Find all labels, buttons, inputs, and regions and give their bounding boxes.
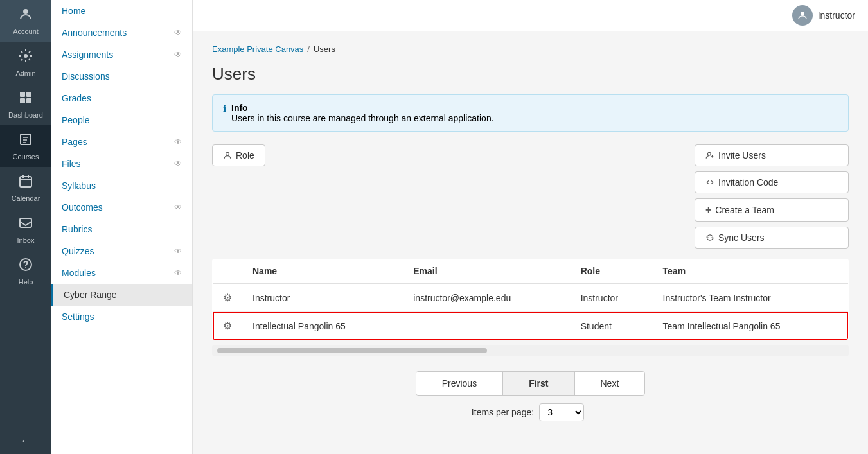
eye-icon: 👁 [174, 247, 182, 256]
nav-courses[interactable]: Courses [0, 125, 51, 167]
sidebar-item-files[interactable]: Files 👁 [51, 153, 192, 175]
inbox-icon [18, 215, 33, 234]
page-title: Users [212, 64, 849, 84]
right-actions: Invite Users Invitation Code + Create a … [695, 144, 849, 249]
sync-users-button[interactable]: Sync Users [695, 227, 849, 249]
breadcrumb: Example Private Canvas / Users [212, 44, 849, 54]
nav-inbox-label: Inbox [17, 236, 35, 244]
row-2-gear-cell[interactable]: ⚙ [213, 312, 243, 340]
pagination-area: Previous First Next Items per page: 3 5 … [212, 371, 849, 421]
nav-collapse[interactable]: ← [0, 428, 51, 454]
info-box: ℹ Info Users in this course are managed … [212, 94, 849, 132]
nav-admin[interactable]: Admin [0, 42, 51, 83]
row-1-gear-cell[interactable]: ⚙ [213, 283, 243, 312]
nav-calendar-label: Calendar [12, 195, 40, 202]
nav-account[interactable]: Account [0, 0, 51, 42]
sidebar-item-modules-label: Modules [62, 268, 96, 278]
breadcrumb-current: Users [314, 44, 335, 54]
horizontal-scrollbar[interactable] [212, 345, 849, 356]
sidebar-item-syllabus-label: Syllabus [62, 180, 96, 191]
row-2-role: Student [571, 312, 653, 340]
sidebar-item-rubrics[interactable]: Rubrics [51, 218, 192, 240]
nav-inbox[interactable]: Inbox [0, 209, 51, 250]
content-area: Example Private Canvas / Users Users ℹ I… [193, 31, 868, 434]
invitation-code-button[interactable]: Invitation Code [695, 171, 849, 193]
main-content: Instructor Example Private Canvas / User… [193, 0, 868, 454]
sidebar-item-files-label: Files [62, 159, 81, 169]
pagination-buttons: Previous First Next [416, 371, 646, 396]
nav-courses-label: Courses [13, 153, 39, 161]
sidebar-item-settings-label: Settings [62, 311, 94, 322]
dashboard-icon [18, 90, 33, 109]
svg-point-0 [23, 9, 28, 14]
eye-icon: 👁 [174, 137, 182, 146]
nav-dashboard-label: Dashboard [8, 111, 43, 119]
sidebar-item-home[interactable]: Home [51, 0, 192, 22]
prev-button[interactable]: Previous [416, 372, 503, 395]
nav-admin-label: Admin [15, 69, 35, 77]
info-box-message: Users in this course are managed through… [231, 113, 494, 123]
calendar-icon [18, 173, 33, 192]
sidebar-item-announcements-label: Announcements [62, 28, 127, 38]
row-2-name: Intellectual Pangolin 65 [242, 312, 403, 340]
eye-icon: 👁 [174, 28, 182, 37]
sync-icon [705, 233, 714, 242]
sidebar-item-syllabus[interactable]: Syllabus [51, 175, 192, 196]
user-info[interactable]: Instructor [792, 5, 855, 26]
sidebar-item-outcomes[interactable]: Outcomes 👁 [51, 196, 192, 218]
sidebar-item-discussions[interactable]: Discussions [51, 65, 192, 87]
left-actions: Role [212, 144, 265, 166]
eye-icon: 👁 [174, 159, 182, 168]
nav-dashboard[interactable]: Dashboard [0, 83, 51, 125]
create-team-label: Create a Team [715, 205, 774, 215]
row-1-role: Instructor [571, 283, 653, 312]
code-icon [705, 178, 714, 187]
sidebar-item-cyberrange[interactable]: Cyber Range [51, 284, 192, 306]
col-email: Email [403, 259, 570, 284]
sidebar-item-quizzes[interactable]: Quizzes 👁 [51, 240, 192, 262]
info-box-title: Info [231, 103, 494, 113]
sidebar-item-outcomes-label: Outcomes [62, 202, 103, 213]
table-scroll-container[interactable]: Name Email Role Team ⚙ Instructor instru… [212, 259, 849, 340]
invite-users-button[interactable]: Invite Users [695, 144, 849, 166]
nav-help[interactable]: Help [0, 250, 51, 292]
table-row-highlighted: ⚙ Intellectual Pangolin 65 Student Team … [213, 312, 849, 340]
nav-account-label: Account [13, 28, 39, 35]
role-button-label: Role [236, 150, 254, 161]
sidebar-item-grades[interactable]: Grades [51, 87, 192, 109]
plus-icon: + [705, 204, 711, 216]
sidebar-item-pages[interactable]: Pages 👁 [51, 131, 192, 153]
sidebar-item-modules[interactable]: Modules 👁 [51, 262, 192, 284]
nav-calendar[interactable]: Calendar [0, 167, 51, 209]
info-icon: ℹ [223, 103, 226, 114]
create-team-button[interactable]: + Create a Team [695, 198, 849, 222]
user-name: Instructor [818, 10, 855, 21]
table-row: ⚙ Instructor instructor@example.edu Inst… [213, 283, 849, 312]
row-2-email [403, 312, 570, 340]
items-per-page-select[interactable]: 3 5 10 20 [539, 403, 584, 421]
row-1-gear-icon[interactable]: ⚙ [223, 292, 232, 303]
svg-rect-7 [20, 177, 31, 187]
sidebar-item-announcements[interactable]: Announcements 👁 [51, 22, 192, 44]
col-name: Name [242, 259, 403, 284]
eye-icon: 👁 [174, 203, 182, 212]
row-1-name: Instructor [242, 283, 403, 312]
svg-rect-4 [20, 98, 25, 103]
role-icon [223, 151, 232, 160]
invite-users-label: Invite Users [718, 150, 766, 161]
table-header-row: Name Email Role Team [213, 259, 849, 284]
collapse-icon: ← [20, 434, 31, 448]
row-1-team: Instructor's Team Instructor [653, 283, 849, 312]
row-2-team: Team Intellectual Pangolin 65 [653, 312, 849, 340]
sidebar-item-assignments[interactable]: Assignments 👁 [51, 44, 192, 65]
breadcrumb-course-link[interactable]: Example Private Canvas [212, 44, 303, 54]
role-button[interactable]: Role [212, 144, 265, 166]
row-2-gear-icon[interactable]: ⚙ [223, 320, 232, 331]
sidebar-item-settings[interactable]: Settings [51, 306, 192, 327]
sidebar-item-grades-label: Grades [62, 93, 91, 103]
sidebar-item-people[interactable]: People [51, 109, 192, 131]
svg-rect-2 [20, 92, 25, 97]
account-icon [18, 6, 33, 25]
next-button[interactable]: Next [575, 372, 645, 395]
first-button[interactable]: First [503, 372, 574, 395]
